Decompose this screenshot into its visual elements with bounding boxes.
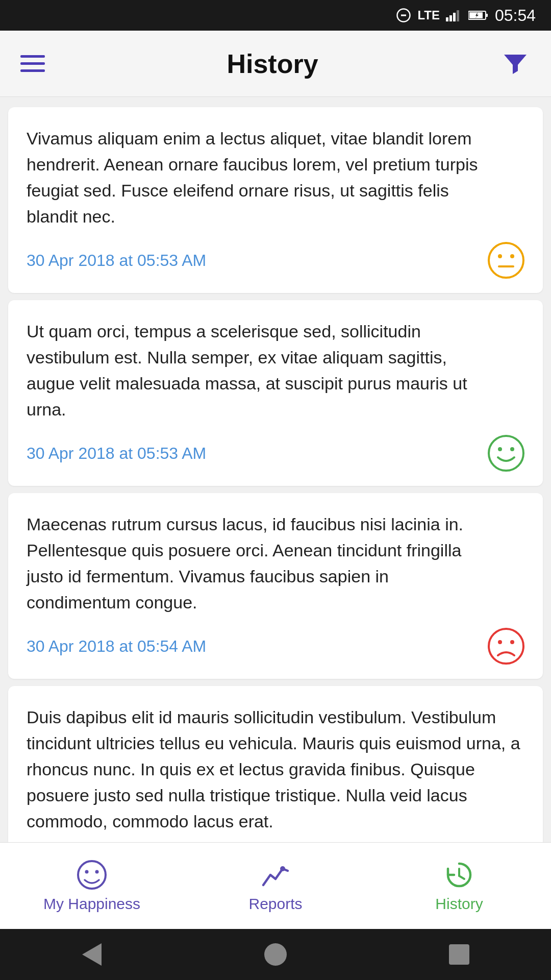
mood-sad-icon [488, 628, 524, 665]
svg-point-19 [510, 640, 514, 644]
reports-label: Reports [248, 895, 302, 913]
entry-card-partial[interactable]: Duis dapibus elit id mauris sollicitudin… [8, 686, 543, 842]
entry-date: 30 Apr 2018 at 05:53 AM [27, 251, 206, 270]
reports-icon [260, 860, 291, 890]
entry-text: Maecenas rutrum cursus lacus, id faucibu… [27, 511, 524, 616]
content-area: Vivamus aliquam enim a lectus aliquet, v… [0, 97, 551, 842]
entry-text: Duis dapibus elit id mauris sollicitudin… [27, 707, 520, 831]
back-button[interactable] [77, 939, 107, 970]
svg-point-11 [498, 254, 502, 258]
my-happiness-label: My Happiness [43, 895, 140, 913]
signal-icon [446, 8, 462, 23]
entry-card[interactable]: Ut quam orci, tempus a scelerisque sed, … [8, 300, 543, 486]
entry-text: Ut quam orci, tempus a scelerisque sed, … [27, 318, 524, 423]
svg-rect-7 [486, 14, 488, 17]
svg-point-17 [489, 629, 523, 664]
status-icons: LTE 05:54 [396, 6, 536, 25]
svg-rect-4 [453, 13, 456, 21]
home-button[interactable] [260, 939, 291, 970]
svg-point-20 [78, 861, 106, 889]
svg-point-10 [489, 243, 523, 278]
mood-neutral-icon [488, 242, 524, 279]
entry-text: Vivamus aliquam enim a lectus aliquet, v… [27, 126, 524, 230]
svg-point-12 [510, 254, 514, 258]
page-title: History [227, 48, 318, 79]
status-time: 05:54 [495, 6, 536, 25]
entry-date: 30 Apr 2018 at 05:54 AM [27, 637, 206, 656]
svg-rect-5 [457, 10, 459, 21]
battery-icon [468, 8, 489, 22]
svg-point-23 [280, 866, 285, 871]
nav-item-history[interactable]: History [367, 843, 551, 929]
svg-point-18 [498, 640, 502, 644]
recents-button[interactable] [444, 939, 474, 970]
nav-item-my-happiness[interactable]: My Happiness [0, 843, 184, 929]
dnd-icon [396, 8, 411, 23]
my-happiness-icon [77, 860, 107, 890]
entry-date: 30 Apr 2018 at 05:53 AM [27, 444, 206, 463]
svg-point-16 [510, 447, 514, 451]
app-bar: History [0, 31, 551, 97]
svg-rect-2 [446, 17, 448, 21]
svg-point-15 [498, 447, 502, 451]
entry-card[interactable]: Vivamus aliquam enim a lectus aliquet, v… [8, 107, 543, 293]
svg-point-21 [85, 870, 89, 873]
history-icon [444, 860, 474, 890]
entry-footer: 30 Apr 2018 at 05:54 AM [27, 628, 524, 665]
svg-rect-3 [449, 15, 452, 21]
entry-footer: 30 Apr 2018 at 05:53 AM [27, 242, 524, 279]
lte-icon: LTE [417, 8, 440, 22]
entry-footer: 30 Apr 2018 at 05:53 AM [27, 435, 524, 472]
bottom-navigation: My Happiness Reports History [0, 842, 551, 929]
nav-item-reports[interactable]: Reports [184, 843, 367, 929]
svg-point-22 [95, 870, 99, 873]
status-bar: LTE 05:54 [0, 0, 551, 31]
mood-happy-icon [488, 435, 524, 472]
hamburger-menu-button[interactable] [20, 55, 45, 72]
entry-card[interactable]: Maecenas rutrum cursus lacus, id faucibu… [8, 493, 543, 679]
history-label: History [435, 895, 483, 913]
svg-line-25 [459, 876, 464, 879]
svg-point-14 [489, 436, 523, 471]
filter-button[interactable] [500, 48, 531, 79]
android-nav-bar [0, 929, 551, 980]
